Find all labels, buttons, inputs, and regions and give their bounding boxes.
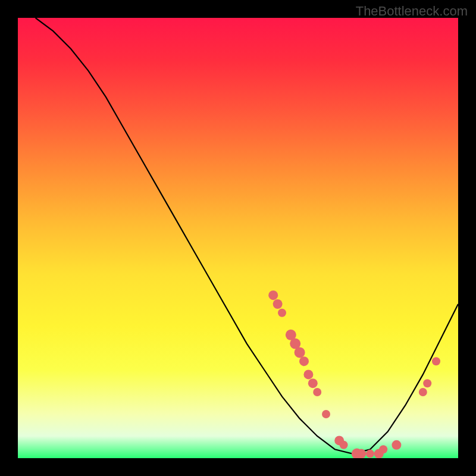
chart-plot-area	[18, 18, 458, 458]
data-marker	[295, 347, 305, 358]
data-marker	[432, 357, 440, 365]
data-marker	[366, 450, 374, 458]
data-marker	[392, 440, 401, 450]
data-marker	[268, 290, 278, 300]
data-marker	[419, 388, 427, 396]
data-marker	[303, 369, 313, 379]
data-marker	[308, 378, 318, 388]
data-marker	[313, 388, 321, 396]
data-marker	[322, 410, 330, 418]
bottleneck-curve	[36, 18, 458, 454]
data-marker	[423, 379, 431, 387]
data-marker	[299, 356, 309, 366]
data-marker	[273, 299, 283, 309]
data-marker	[379, 445, 387, 453]
data-marker	[278, 309, 286, 317]
marker-group	[268, 290, 440, 458]
data-marker	[340, 441, 348, 449]
curve-svg	[18, 18, 458, 458]
watermark: TheBottleneck.com	[356, 4, 468, 19]
data-marker	[356, 449, 366, 458]
